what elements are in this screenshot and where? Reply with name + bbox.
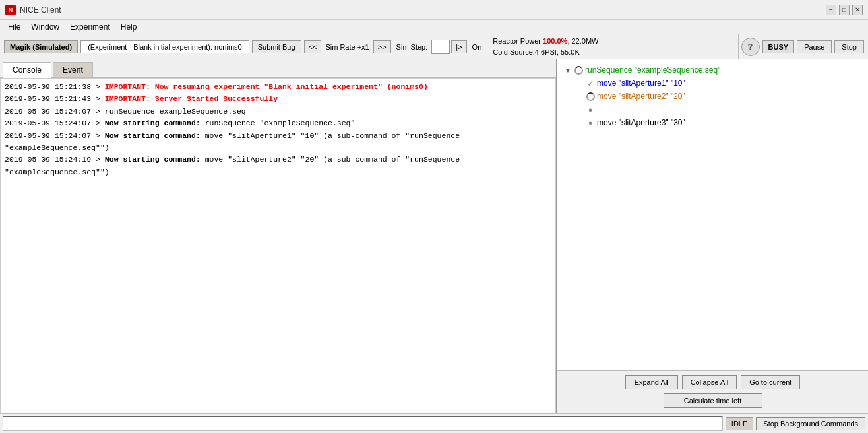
cold-source-unit: , 55.0K — [557, 48, 580, 56]
minimize-button[interactable]: − — [826, 5, 836, 15]
menu-experiment[interactable]: Experiment — [65, 21, 115, 33]
menu-help[interactable]: Help — [115, 21, 142, 33]
tree-expand-icon[interactable] — [574, 104, 585, 115]
sim-rate-back-button[interactable]: << — [304, 40, 322, 53]
maximize-button[interactable]: □ — [839, 5, 850, 15]
tab-event[interactable]: Event — [53, 62, 93, 77]
sim-rate-fwd-button[interactable]: >> — [373, 40, 391, 53]
left-panel: Console Event 2019-05-09 15:21:38 > IMPO… — [0, 59, 557, 413]
tree-item[interactable]: ▼runSequence "exampleSequence.seq" — [560, 63, 865, 77]
experiment-label: (Experiment - Blank initial experiment):… — [80, 40, 249, 53]
tree-item-label: move "slitAperture1" "10" — [597, 79, 685, 88]
cold-source-line: Cold Source:4.6PSI, 55.0K — [493, 47, 732, 58]
tree-status-icon: ✓ — [585, 78, 596, 88]
tree-item[interactable]: ✓move "slitAperture1" "10" — [560, 77, 865, 90]
console-area[interactable]: 2019-05-09 15:21:38 > IMPORTANT: Now res… — [0, 78, 556, 413]
reactor-power-line: Reactor Power:100.0%, 22.0MW — [493, 36, 732, 47]
tree-expand-icon[interactable]: ▼ — [563, 65, 573, 75]
window-controls: − □ ✕ — [826, 5, 863, 15]
status-input[interactable] — [3, 416, 723, 431]
tree-item-label: move "slitAperture3" "30" — [597, 118, 685, 127]
idle-label: IDLE — [726, 417, 753, 430]
console-line: 2019-05-09 15:21:43 > IMPORTANT: Server … — [5, 93, 551, 105]
tree-item[interactable]: ●move "slitAperture3" "30" — [560, 116, 865, 129]
tree-item[interactable]: move "slitAperture2" "20" — [560, 90, 865, 103]
sequence-tree[interactable]: ▼runSequence "exampleSequence.seq"✓move … — [557, 59, 868, 370]
right-btn-row-2: Calculate time left — [664, 393, 762, 408]
spinner-icon — [574, 66, 583, 75]
console-line: 2019-05-09 15:24:07 > runSequence exampl… — [5, 106, 551, 117]
tree-item-label: runSequence "exampleSequence.seq" — [585, 65, 720, 75]
right-btn-row-1: Expand All Collapse All Go to current — [625, 375, 801, 389]
stop-button[interactable]: Stop — [834, 40, 864, 53]
collapse-all-button[interactable]: Collapse All — [682, 375, 737, 389]
sim-rate-label: Sim Rate +x1 — [323, 43, 371, 51]
sim-step-input[interactable] — [431, 40, 450, 54]
sim-step-group: Sim Step: |> — [394, 40, 467, 54]
right-panel: ▼runSequence "exampleSequence.seq"✓move … — [557, 59, 868, 413]
tree-status-icon — [573, 65, 584, 75]
on-label: On — [470, 43, 485, 51]
menu-window[interactable]: Window — [26, 21, 65, 33]
console-line: 2019-05-09 15:21:38 > IMPORTANT: Now res… — [5, 81, 551, 93]
tree-expand-icon[interactable] — [574, 117, 585, 128]
tree-item-label: move "slitAperture2" "20" — [597, 92, 685, 101]
app-icon: N — [5, 5, 16, 15]
pause-button[interactable]: Pause — [797, 40, 832, 53]
status-bar: IDLE Stop Background Commands — [0, 413, 868, 433]
sim-step-go-button[interactable]: |> — [451, 40, 466, 53]
goto-current-button[interactable]: Go to current — [741, 375, 800, 389]
tree-status-icon: ● — [585, 117, 596, 128]
tree-expand-icon[interactable] — [574, 91, 585, 102]
expand-all-button[interactable]: Expand All — [625, 375, 678, 389]
tree-expand-icon[interactable] — [574, 78, 585, 88]
spinner-icon — [586, 92, 595, 101]
tree-status-icon — [585, 91, 596, 102]
busy-label: BUSY — [762, 40, 795, 53]
tabs: Console Event — [0, 59, 556, 78]
sim-step-label: Sim Step: — [394, 43, 431, 51]
cold-source-value: 4.6PSI — [535, 48, 557, 56]
right-bottom-panel: Expand All Collapse All Go to current Ca… — [557, 370, 868, 413]
stop-background-commands-button[interactable]: Stop Background Commands — [756, 417, 865, 430]
sim-rate-group: << Sim Rate +x1 >> — [304, 40, 391, 53]
reactor-power-value: 100.0% — [543, 37, 567, 45]
tab-console[interactable]: Console — [3, 62, 51, 78]
console-line: 2019-05-09 15:24:19 > Now starting comma… — [5, 154, 551, 178]
main-content: Console Event 2019-05-09 15:21:38 > IMPO… — [0, 59, 868, 413]
tree-status-icon: ● — [585, 104, 596, 115]
submit-bug-button[interactable]: Submit Bug — [252, 40, 301, 53]
title-bar: N NICE Client − □ ✕ — [0, 0, 868, 20]
app-title: NICE Client — [20, 5, 826, 15]
close-button[interactable]: ✕ — [852, 5, 863, 15]
console-line: 2019-05-09 15:24:07 > Now starting comma… — [5, 130, 551, 154]
tree-item[interactable]: ● — [560, 103, 865, 116]
menu-file[interactable]: File — [3, 21, 26, 33]
magik-label: Magik (Simulated) — [4, 40, 78, 53]
toolbar: Magik (Simulated) (Experiment - Blank in… — [0, 34, 868, 59]
reactor-power-label: Reactor Power: — [493, 37, 543, 45]
calc-time-left-button[interactable]: Calculate time left — [664, 393, 762, 408]
help-button[interactable]: ? — [741, 38, 760, 56]
reactor-power-unit: , 22.0MW — [567, 37, 598, 45]
reactor-info: Reactor Power:100.0%, 22.0MW Cold Source… — [487, 34, 738, 59]
cold-source-label: Cold Source: — [493, 48, 535, 56]
console-line: 2019-05-09 15:24:07 > Now starting comma… — [5, 117, 551, 129]
menu-bar: File Window Experiment Help — [0, 20, 868, 34]
